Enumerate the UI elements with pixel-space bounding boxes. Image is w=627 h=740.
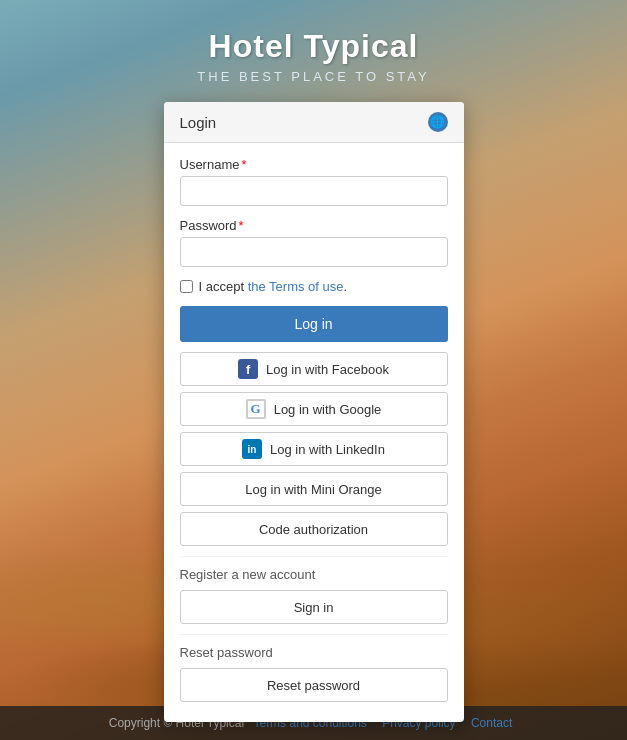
password-label: Password* xyxy=(180,218,448,233)
card-header: Login 🌐 xyxy=(164,102,464,143)
username-input[interactable] xyxy=(180,176,448,206)
facebook-icon: f xyxy=(238,359,258,379)
terms-row: I accept the Terms of use. xyxy=(180,279,448,294)
google-login-button[interactable]: G Log in with Google xyxy=(180,392,448,426)
google-icon: G xyxy=(246,399,266,419)
register-section-label: Register a new account xyxy=(180,567,448,582)
divider-2 xyxy=(180,634,448,635)
miniorange-login-button[interactable]: Log in with Mini Orange xyxy=(180,472,448,506)
site-header: Hotel Typical THE BEST PLACE TO STAY xyxy=(197,28,429,84)
password-required: * xyxy=(239,218,244,233)
username-label: Username* xyxy=(180,157,448,172)
site-subtitle: THE BEST PLACE TO STAY xyxy=(197,69,429,84)
login-button[interactable]: Log in xyxy=(180,306,448,342)
login-card: Login 🌐 Username* Password* I accept the… xyxy=(164,102,464,722)
reset-section-label: Reset password xyxy=(180,645,448,660)
username-group: Username* xyxy=(180,157,448,206)
site-title: Hotel Typical xyxy=(197,28,429,65)
google-login-label: Log in with Google xyxy=(274,402,382,417)
password-input[interactable] xyxy=(180,237,448,267)
miniorange-login-label: Log in with Mini Orange xyxy=(245,482,382,497)
facebook-login-button[interactable]: f Log in with Facebook xyxy=(180,352,448,386)
linkedin-icon: in xyxy=(242,439,262,459)
linkedin-login-button[interactable]: in Log in with LinkedIn xyxy=(180,432,448,466)
reset-password-label: Reset password xyxy=(267,678,360,693)
username-required: * xyxy=(241,157,246,172)
globe-icon[interactable]: 🌐 xyxy=(428,112,448,132)
terms-text: I accept the Terms of use. xyxy=(199,279,348,294)
code-auth-button[interactable]: Code authorization xyxy=(180,512,448,546)
reset-password-button[interactable]: Reset password xyxy=(180,668,448,702)
sign-in-label: Sign in xyxy=(294,600,334,615)
password-group: Password* xyxy=(180,218,448,267)
card-title: Login xyxy=(180,114,217,131)
divider-1 xyxy=(180,556,448,557)
terms-link[interactable]: the Terms of use xyxy=(248,279,344,294)
page-wrapper: Hotel Typical THE BEST PLACE TO STAY Log… xyxy=(0,0,627,740)
sign-in-button[interactable]: Sign in xyxy=(180,590,448,624)
facebook-login-label: Log in with Facebook xyxy=(266,362,389,377)
code-auth-label: Code authorization xyxy=(259,522,368,537)
linkedin-login-label: Log in with LinkedIn xyxy=(270,442,385,457)
terms-checkbox[interactable] xyxy=(180,280,193,293)
card-body: Username* Password* I accept the Terms o… xyxy=(164,143,464,722)
